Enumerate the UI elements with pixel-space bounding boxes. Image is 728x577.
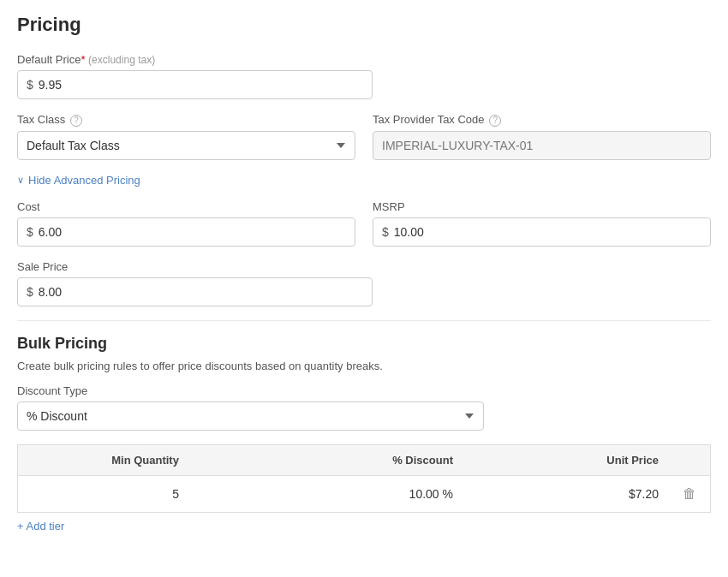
tax-provider-help-icon[interactable]: ? [489,115,501,127]
discount-type-field: Discount Type % Discount Fixed Amount Fi… [17,384,484,431]
default-price-prefix: $ [27,78,33,92]
discount-type-label: Discount Type [17,384,484,397]
cell-delete: 🗑 [669,475,711,512]
col-header-action [669,444,711,475]
default-price-input[interactable] [39,78,363,92]
chevron-icon: ∨ [17,175,24,186]
tax-class-field: Tax Class ? Default Tax Class Reduced Ta… [17,113,355,160]
table-row: 5 10.00 % $7.20 🗑 [18,475,711,512]
table-header-row: Min Quantity % Discount Unit Price [18,444,711,475]
tax-class-select[interactable]: Default Tax Class Reduced Tax Class Zero… [17,131,355,160]
cost-input[interactable] [39,225,346,239]
tax-provider-input[interactable] [373,131,711,160]
sale-price-input-wrap: $ [17,277,373,306]
cost-field: Cost $ [17,200,355,247]
tax-provider-label: Tax Provider Tax Code [373,113,485,126]
col-header-unit-price: Unit Price [463,444,669,475]
section-divider [17,320,711,321]
default-price-field: Default Price* (excluding tax) $ [17,53,373,99]
discount-type-select[interactable]: % Discount Fixed Amount Fixed Price [17,402,484,431]
tax-class-label: Tax Class [17,113,65,126]
cost-prefix: $ [27,225,33,239]
cell-unit-price: $7.20 [463,475,669,512]
default-price-input-wrap: $ [17,70,373,99]
sale-price-field: Sale Price $ [17,260,373,306]
tax-provider-field: Tax Provider Tax Code ? [373,113,711,160]
cost-label: Cost [17,200,355,213]
default-price-label: Default Price* (excluding tax) [17,53,373,66]
sale-price-prefix: $ [27,285,33,299]
page-title: Pricing [17,14,711,36]
hide-advanced-label: Hide Advanced Pricing [28,174,140,187]
bulk-pricing-table: Min Quantity % Discount Unit Price 5 10.… [17,444,711,513]
col-header-min-qty: Min Quantity [18,444,189,475]
msrp-prefix: $ [382,225,389,239]
tax-class-help-icon[interactable]: ? [70,115,82,127]
bulk-pricing-title: Bulk Pricing [17,335,711,353]
msrp-field: MSRP $ [373,200,711,247]
cell-min-qty: 5 [18,475,189,512]
hide-advanced-toggle[interactable]: ∨ Hide Advanced Pricing [17,174,711,187]
msrp-input[interactable] [394,225,701,239]
cost-input-wrap: $ [17,217,355,247]
add-tier-button[interactable]: + Add tier [17,513,64,536]
col-header-discount: % Discount [189,444,463,475]
cell-discount: 10.00 % [189,475,463,512]
tax-row: Tax Class ? Default Tax Class Reduced Ta… [17,113,711,160]
discount-type-select-wrap: % Discount Fixed Amount Fixed Price [17,402,484,431]
cost-msrp-row: Cost $ MSRP $ [17,200,711,247]
delete-row-button[interactable]: 🗑 [679,485,700,503]
sale-price-input[interactable] [39,285,363,299]
msrp-input-wrap: $ [373,217,711,247]
bulk-pricing-description: Create bulk pricing rules to offer price… [17,360,711,372]
msrp-label: MSRP [373,200,711,213]
sale-price-label: Sale Price [17,260,373,273]
tax-class-select-wrap: Default Tax Class Reduced Tax Class Zero… [17,131,355,160]
